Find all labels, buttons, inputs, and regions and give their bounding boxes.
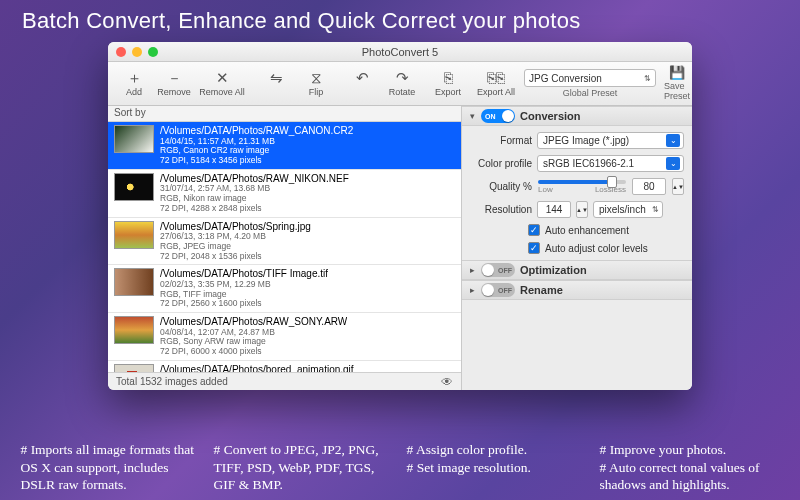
format-label: Format (470, 135, 532, 146)
export-all-label: Export All (477, 87, 515, 97)
preset-value: JPG Conversion (529, 73, 602, 84)
settings-panel: ▾ ON Conversion Format JPEG Image (*.jpg… (462, 106, 692, 390)
window-title: PhotoConvert 5 (108, 46, 692, 58)
file-path: /Volumes/DATA/Photos/RAW_CANON.CR2 (160, 125, 353, 137)
format-value: JPEG Image (*.jpg) (543, 135, 629, 146)
flip-label: Flip (309, 87, 324, 97)
file-path: /Volumes/DATA/Photos/bored_animation.gif (160, 364, 354, 372)
flip-h-button[interactable]: ⇋ (256, 64, 296, 104)
remove-button[interactable]: －Remove (154, 64, 194, 104)
titlebar: PhotoConvert 5 (108, 42, 692, 62)
conversion-toggle[interactable]: ON (481, 109, 515, 123)
export-all-button[interactable]: ⎘⎘Export All (468, 64, 524, 104)
add-label: Add (126, 87, 142, 97)
export-icon: ⎘ (444, 70, 453, 85)
thumbnail (114, 364, 154, 372)
save-icon: 💾 (669, 66, 685, 79)
rename-section-title: Rename (520, 284, 563, 296)
file-row[interactable]: /Volumes/DATA/Photos/TIFF Image.tif02/02… (108, 265, 461, 313)
rotate-ccw-button[interactable]: ↶ (342, 64, 382, 104)
flip-v-button[interactable]: ⧖Flip (296, 64, 336, 104)
file-row[interactable]: /Volumes/DATA/Photos/RAW_SONY.ARW04/08/1… (108, 313, 461, 361)
remove-all-button[interactable]: ✕Remove All (194, 64, 250, 104)
conversion-section-title: Conversion (520, 110, 581, 122)
sort-by-header[interactable]: Sort by (108, 106, 461, 122)
rotate-label: Rotate (389, 87, 416, 97)
file-row[interactable]: /Volumes/DATA/Photos/RAW_NIKON.NEF31/07/… (108, 170, 461, 218)
resolution-input[interactable]: 144 (537, 201, 571, 218)
quality-low-label: Low (538, 185, 553, 194)
optimization-toggle[interactable]: OFF (481, 263, 515, 277)
export-all-icon: ⎘⎘ (487, 70, 505, 85)
format-select[interactable]: JPEG Image (*.jpg) ⌄ (537, 132, 684, 149)
dropdown-icon: ⌄ (666, 134, 680, 147)
rotate-cw-icon: ↷ (396, 70, 409, 85)
color-profile-value: sRGB IEC61966-2.1 (543, 158, 634, 169)
file-meta-dims: 72 DPI, 4288 x 2848 pixels (160, 204, 349, 214)
feature-improve: # Improve your photos.# Auto correct ton… (600, 441, 780, 494)
resolution-unit-select[interactable]: pixels/inch ⇅ (593, 201, 663, 218)
global-preset-select[interactable]: JPG Conversion ⇅ (524, 69, 656, 87)
file-path: /Volumes/DATA/Photos/RAW_SONY.ARW (160, 316, 347, 328)
thumbnail (114, 125, 154, 153)
toolbar: ＋Add －Remove ✕Remove All ⇋ ⧖Flip ↶ ↷Rota… (108, 62, 692, 106)
file-list: /Volumes/DATA/Photos/RAW_CANON.CR214/04/… (108, 122, 461, 372)
add-button[interactable]: ＋Add (114, 64, 154, 104)
file-row[interactable]: /Volumes/DATA/Photos/RAW_CANON.CR214/04/… (108, 122, 461, 170)
file-meta-dims: 72 DPI, 2560 x 1600 pixels (160, 299, 328, 309)
app-window: PhotoConvert 5 ＋Add －Remove ✕Remove All … (108, 42, 692, 390)
plus-icon: ＋ (127, 70, 142, 85)
chevron-down-icon[interactable]: ▾ (468, 111, 476, 121)
feature-profile: # Assign color profile.# Set image resol… (407, 441, 587, 494)
file-meta-dims: 72 DPI, 6000 x 4000 pixels (160, 347, 347, 357)
marketing-headline: Batch Convert, Enhance and Quick Correct… (0, 0, 800, 40)
file-row[interactable]: /Volumes/DATA/Photos/Spring.jpg27/06/13,… (108, 218, 461, 266)
auto-enhancement-label: Auto enhancement (545, 225, 629, 236)
quality-label: Quality % (470, 181, 532, 192)
minus-icon: － (167, 70, 182, 85)
quality-input[interactable]: 80 (632, 178, 666, 195)
remove-label: Remove (157, 87, 191, 97)
thumbnail (114, 268, 154, 296)
status-total: Total 1532 images added (116, 376, 228, 387)
chevron-right-icon[interactable]: ▸ (468, 265, 476, 275)
dropdown-icon: ⌄ (666, 157, 680, 170)
rotate-cw-button[interactable]: ↷Rotate (382, 64, 422, 104)
flip-vertical-icon: ⧖ (311, 70, 322, 85)
x-icon: ✕ (216, 70, 229, 85)
file-row[interactable]: /Volumes/DATA/Photos/bored_animation.gif… (108, 361, 461, 372)
thumbnail (114, 221, 154, 249)
rotate-ccw-icon: ↶ (356, 70, 369, 85)
feature-convert: # Convert to JPEG, JP2, PNG, TIFF, PSD, … (214, 441, 394, 494)
quality-slider[interactable] (538, 180, 626, 184)
preset-label: Global Preset (563, 88, 618, 98)
color-profile-label: Color profile (470, 158, 532, 169)
save-preset-label: Save Preset (664, 81, 690, 101)
resolution-unit-value: pixels/inch (599, 204, 646, 215)
chevron-updown-icon: ⇅ (652, 205, 659, 214)
resolution-label: Resolution (470, 204, 532, 215)
quality-stepper[interactable]: ▲▼ (672, 178, 684, 195)
thumbnail (114, 316, 154, 344)
optimization-section-title: Optimization (520, 264, 587, 276)
preview-toggle-icon[interactable]: 👁 (441, 375, 453, 389)
resolution-stepper[interactable]: ▲▼ (576, 201, 588, 218)
rename-toggle[interactable]: OFF (481, 283, 515, 297)
save-preset-button[interactable]: 💾 Save Preset (664, 66, 690, 101)
auto-levels-checkbox[interactable]: ✓ (528, 242, 540, 254)
chevron-right-icon[interactable]: ▸ (468, 285, 476, 295)
feature-imports: # Imports all image formats that OS X ca… (21, 441, 201, 494)
flip-horizontal-icon: ⇋ (270, 70, 283, 85)
color-profile-select[interactable]: sRGB IEC61966-2.1 ⌄ (537, 155, 684, 172)
export-button[interactable]: ⎘Export (428, 64, 468, 104)
chevron-updown-icon: ⇅ (644, 74, 651, 83)
file-meta-dims: 72 DPI, 2048 x 1536 pixels (160, 252, 311, 262)
thumbnail (114, 173, 154, 201)
auto-enhancement-checkbox[interactable]: ✓ (528, 224, 540, 236)
export-label: Export (435, 87, 461, 97)
remove-all-label: Remove All (199, 87, 245, 97)
auto-levels-label: Auto adjust color levels (545, 243, 648, 254)
file-meta-dims: 72 DPI, 5184 x 3456 pixels (160, 156, 353, 166)
